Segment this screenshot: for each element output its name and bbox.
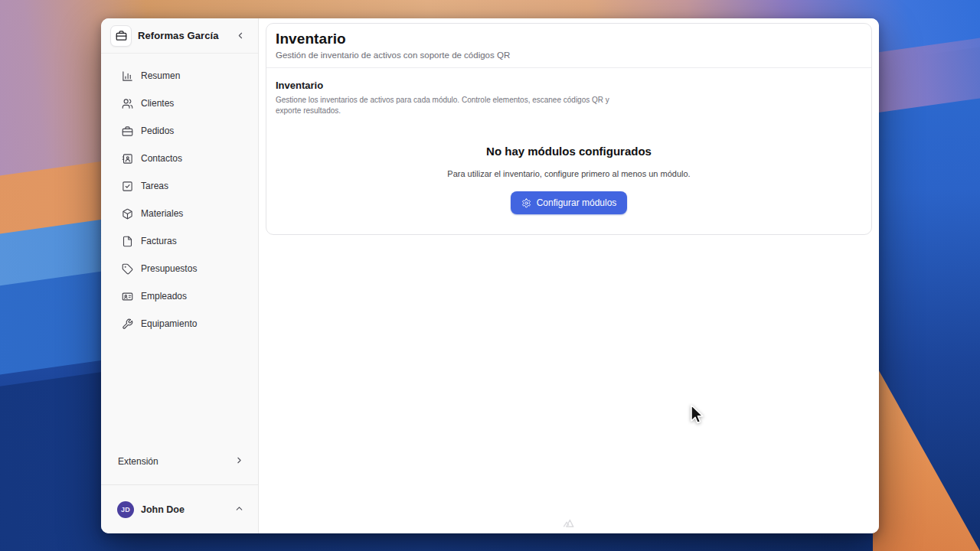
sidebar-item-pedidos[interactable]: Pedidos [101,117,258,145]
page-title: Inventario [276,31,862,47]
chevron-up-icon [234,503,244,517]
page-header: Inventario Gestión de inventario de acti… [266,24,871,68]
sidebar-item-label: Presupuestos [141,263,197,274]
id-card-icon [122,291,133,302]
sidebar-item-label: Equipamiento [141,318,197,329]
sidebar-item-label: Tareas [141,181,168,191]
sidebar-item-label: Clientes [141,98,174,109]
wrench-icon [122,318,133,330]
sidebar-item-label: Resumen [141,70,180,81]
empty-state-description: Para utilizar el inventario, configure p… [276,169,862,178]
section-description: Gestione los inventarios de activos para… [276,95,635,116]
sidebar-item-extension[interactable]: Extensión [101,446,258,477]
sidebar-item-label: Materiales [141,208,183,219]
chevron-right-icon [234,455,244,468]
sidebar-item-equipamiento[interactable]: Equipamiento [101,310,258,337]
package-icon [122,208,133,220]
sidebar-item-empleados[interactable]: Empleados [101,282,258,310]
main-content: Inventario Gestión de inventario de acti… [259,18,879,533]
sidebar-header: Reformas García [101,18,258,54]
sidebar-item-label: Facturas [141,236,177,246]
empty-state-title: No hay módulos configurados [276,145,862,158]
chevron-left-icon [236,31,246,41]
sidebar-spacer [101,337,258,446]
section-title: Inventario [276,80,862,91]
sidebar-item-label: Pedidos [141,126,174,136]
avatar: JD [117,501,134,518]
sidebar-item-facturas[interactable]: Facturas [101,227,258,255]
mountains-icon [560,517,577,532]
card-body: Inventario Gestione los inventarios de a… [266,68,871,214]
sidebar-item-resumen[interactable]: Resumen [101,62,258,90]
page-subtitle: Gestión de inventario de activos con sop… [276,51,862,60]
app-logo [110,25,132,47]
contact-icon [122,153,133,165]
configure-modules-label: Configurar módulos [537,197,617,208]
bar-chart-icon [122,70,133,82]
sidebar-item-clientes[interactable]: Clientes [101,90,258,117]
sidebar: Reformas García ResumenClientesPedidosCo… [101,18,259,533]
briefcase-icon [116,30,127,41]
check-square-icon [122,181,133,192]
empty-state: No hay módulos configurados Para utiliza… [276,145,862,214]
file-icon [122,236,133,247]
tag-icon [122,263,133,275]
user-menu[interactable]: JD John Doe [101,485,258,533]
brand-name: Reformas García [138,30,227,41]
app-window: Reformas García ResumenClientesPedidosCo… [101,18,879,533]
inventory-card: Inventario Gestión de inventario de acti… [266,23,872,235]
extension-label: Extensión [118,456,158,467]
sidebar-item-materiales[interactable]: Materiales [101,200,258,227]
sidebar-item-tareas[interactable]: Tareas [101,172,258,200]
gear-icon [521,198,531,208]
users-icon [122,98,133,109]
sidebar-item-label: Empleados [141,291,187,302]
sidebar-collapse-button[interactable] [234,29,247,43]
user-name: John Doe [141,504,227,515]
sidebar-item-label: Contactos [141,153,182,164]
configure-modules-button[interactable]: Configurar módulos [511,191,628,214]
sidebar-item-presupuestos[interactable]: Presupuestos [101,255,258,282]
briefcase-icon [122,126,133,137]
sidebar-nav: ResumenClientesPedidosContactosTareasMat… [101,54,258,337]
sidebar-item-contactos[interactable]: Contactos [101,145,258,172]
